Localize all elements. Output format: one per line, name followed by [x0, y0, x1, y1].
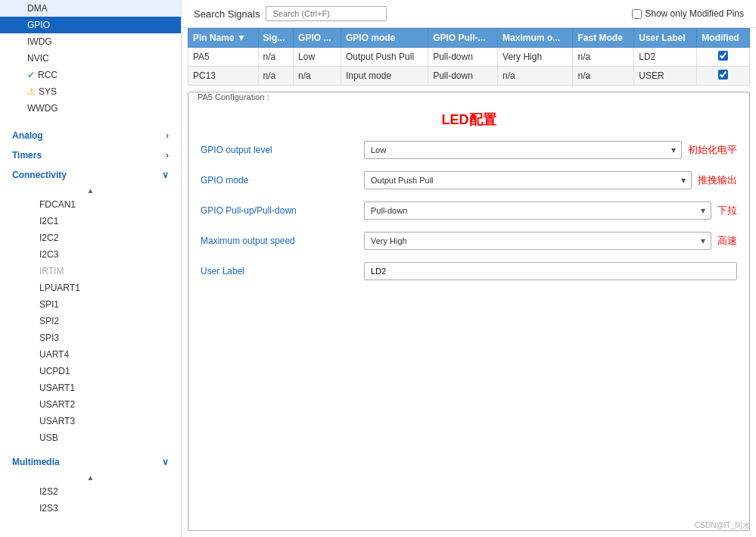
config-section: PA5 Configuration : LED配置 GPIO output le… [188, 92, 750, 531]
config-select-1[interactable]: Output Push Pull [364, 171, 692, 189]
show-modified-label: Show only Modified Pins [645, 8, 744, 19]
config-field-label: GPIO output level [201, 145, 352, 155]
config-field-row: Maximum output speedVery High高速 [188, 226, 749, 256]
sidebar-section-timers[interactable]: Timers › [0, 145, 181, 165]
show-modified-row: Show only Modified Pins [632, 8, 744, 19]
sidebar-item-spi3[interactable]: SPI3 [0, 329, 181, 346]
config-select-0[interactable]: Low [364, 141, 682, 159]
chevron-down-icon: ∨ [162, 170, 169, 180]
col-gpio-pull[interactable]: GPIO Pull-... [428, 29, 498, 48]
col-fast-mode[interactable]: Fast Mode [573, 29, 634, 48]
table-row[interactable]: PA5n/aLowOutput Push PullPull-downVery H… [188, 48, 750, 67]
config-field-label: User Label [201, 266, 352, 276]
sidebar-item-iwdg[interactable]: IWDG [0, 33, 181, 50]
sidebar-section-analog[interactable]: Analog › [0, 126, 181, 145]
config-annotation: 下拉 [717, 204, 737, 217]
sidebar-item-i2c1[interactable]: I2C1 [0, 213, 181, 229]
config-field-label: GPIO mode [201, 175, 352, 186]
main-content: Search Signals Show only Modified Pins P… [182, 0, 756, 537]
sidebar-section-connectivity[interactable]: Connectivity ∨ [0, 165, 181, 185]
search-input[interactable] [266, 6, 387, 21]
sidebar-item-wwdg[interactable]: WWDG [0, 100, 181, 117]
sidebar-item-nvic[interactable]: NVIC [0, 50, 181, 67]
chevron-right-icon: › [166, 130, 169, 141]
chevron-down-icon: ∨ [162, 457, 169, 467]
sidebar-item-irtim[interactable]: IRTIM [0, 263, 181, 279]
config-input-4[interactable] [364, 262, 737, 280]
col-sig[interactable]: Sig... [258, 29, 294, 48]
sidebar-item-label: SYS [39, 86, 57, 97]
config-select-2[interactable]: Pull-down [364, 201, 711, 220]
sidebar-item-lpuart1[interactable]: LPUART1 [0, 279, 181, 296]
section-label: Timers [12, 150, 42, 161]
sidebar-item-gpio[interactable]: GPIO [0, 17, 181, 33]
section-label: Multimedia [12, 457, 60, 467]
config-annotation: 初始化电平 [688, 143, 737, 157]
sidebar-item-i2s3[interactable]: I2S3 [0, 500, 181, 517]
section-label: Connectivity [12, 170, 67, 180]
sidebar-item-usb[interactable]: USB [0, 429, 181, 446]
chevron-right-icon: › [166, 150, 169, 161]
sidebar-section-multimedia[interactable]: Multimedia ∨ [0, 452, 181, 472]
config-annotation: 高速 [717, 234, 737, 248]
col-gpio-mode[interactable]: GPIO mode [341, 29, 428, 48]
sidebar-item-i2s2[interactable]: I2S2 [0, 483, 181, 500]
col-pin-name[interactable]: Pin Name ▼ [188, 29, 259, 48]
sidebar-item-label: RCC [38, 70, 58, 80]
sidebar-item-label: GPIO [27, 20, 50, 30]
config-select-3[interactable]: Very High [364, 232, 711, 250]
config-annotation: 推挽输出 [698, 173, 737, 187]
gpio-table: Pin Name ▼ Sig... GPIO ... GPIO mode GPI… [188, 28, 750, 86]
sidebar-item-usart2[interactable]: USART2 [0, 396, 181, 413]
config-field-label: GPIO Pull-up/Pull-down [201, 205, 352, 216]
config-field-label: Maximum output speed [201, 236, 352, 246]
sidebar-item-label: WWDG [27, 103, 58, 114]
sidebar-item-label: NVIC [27, 53, 49, 64]
sidebar-item-uart4[interactable]: UART4 [0, 346, 181, 363]
col-modified[interactable]: Modified [697, 29, 750, 48]
warn-icon: ⚠ [27, 86, 36, 97]
sidebar-item-i2c3[interactable]: I2C3 [0, 246, 181, 263]
topbar: Search Signals Show only Modified Pins [182, 0, 756, 28]
sidebar-item-fdcan1[interactable]: FDCAN1 [0, 196, 181, 213]
modified-checkbox[interactable] [718, 51, 728, 61]
sidebar-item-label: DMA [27, 3, 48, 14]
gpio-table-container: Pin Name ▼ Sig... GPIO ... GPIO mode GPI… [182, 28, 756, 86]
search-signals-title: Search Signals [194, 8, 260, 20]
sidebar-item-usart1[interactable]: USART1 [0, 379, 181, 396]
col-user-label[interactable]: User Label [634, 29, 697, 48]
config-field-row: User Label [188, 256, 749, 286]
scroll-up-button-2[interactable]: ▲ [0, 472, 181, 483]
col-max-speed[interactable]: Maximum o... [498, 29, 573, 48]
config-title: LED配置 [188, 101, 749, 135]
sidebar-item-label: IWDG [27, 36, 52, 47]
modified-checkbox[interactable] [718, 70, 728, 80]
scroll-up-button[interactable]: ▲ [0, 185, 181, 196]
sidebar-item-spi1[interactable]: SPI1 [0, 296, 181, 313]
sidebar-item-i2c2[interactable]: I2C2 [0, 229, 181, 246]
sidebar-item-usart3[interactable]: USART3 [0, 413, 181, 429]
section-label: Analog [12, 130, 43, 141]
sidebar-item-ucpd1[interactable]: UCPD1 [0, 363, 181, 379]
show-modified-checkbox[interactable] [632, 9, 642, 19]
sidebar-item-rcc[interactable]: ✔ RCC [0, 67, 181, 83]
sidebar-item-sys[interactable]: ⚠ SYS [0, 83, 181, 100]
config-field-row: GPIO output levelLow初始化电平 [188, 135, 749, 165]
config-field-row: GPIO Pull-up/Pull-downPull-down下拉 [188, 195, 749, 226]
config-legend: PA5 Configuration : [194, 92, 272, 101]
col-gpio-out[interactable]: GPIO ... [294, 29, 341, 48]
sidebar-item-dma[interactable]: DMA [0, 0, 181, 17]
check-icon: ✔ [27, 70, 35, 80]
table-row[interactable]: PC13n/an/aInput modePull-downn/an/aUSER [188, 67, 750, 86]
sidebar: DMA GPIO IWDG NVIC ✔ RCC ⚠ SYS WWDG Anal… [0, 0, 182, 537]
config-field-row: GPIO modeOutput Push Pull推挽输出 [188, 165, 749, 195]
sidebar-item-spi2[interactable]: SPI2 [0, 313, 181, 329]
